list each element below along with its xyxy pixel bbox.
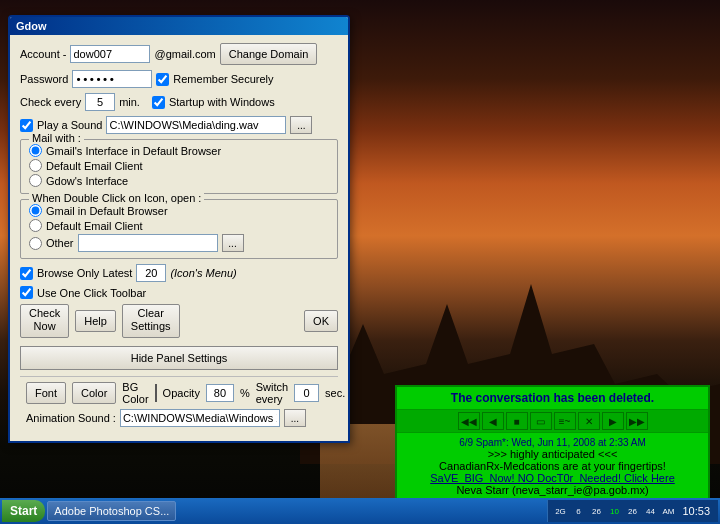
opacity-input[interactable] — [206, 384, 234, 402]
tray-icon-3[interactable]: 26 — [588, 503, 604, 519]
mail-gdow-radio[interactable] — [29, 174, 42, 187]
anim-browse-button[interactable]: ... — [284, 409, 306, 427]
play-sound-label: Play a Sound — [37, 119, 102, 131]
notif-line2: CanadianRx-Medcations are at your finger… — [403, 460, 702, 472]
one-click-label: Use One Click Toolbar — [37, 287, 146, 299]
notif-stop-button[interactable]: ■ — [506, 412, 528, 430]
browse-latest-checkbox[interactable] — [20, 267, 33, 280]
password-row: Password Remember Securely — [20, 70, 338, 88]
start-button[interactable]: Start — [2, 500, 45, 522]
notif-line4: Neva Starr (neva_starr_ie@pa.gob.mx) — [403, 484, 702, 496]
mail-gmail-label: Gmail's Interface in Default Browser — [46, 145, 221, 157]
taskbar-photoshop[interactable]: Adobe Photoshop CS... — [47, 501, 176, 521]
dc-gmail-label: Gmail in Default Browser — [46, 205, 168, 217]
mail-gmail-radio[interactable] — [29, 144, 42, 157]
dc-other-radio[interactable] — [29, 237, 42, 250]
tray-icon-5[interactable]: 26 — [624, 503, 640, 519]
dc-other-label: Other — [46, 237, 74, 249]
opacity-label: Opacity — [163, 387, 200, 399]
sound-browse-button[interactable]: ... — [290, 116, 312, 134]
notif-header: The conversation has been deleted. — [397, 387, 708, 410]
ok-button[interactable]: OK — [304, 310, 338, 332]
notif-line3[interactable]: SaVE_BIG_Now! NO DocT0r_Needed! Click He… — [403, 472, 702, 484]
mail-gdow-row: Gdow's Interface — [29, 174, 329, 187]
tray-icon-6[interactable]: 44 — [642, 503, 658, 519]
icon-menu-label: (Icon's Menu) — [170, 267, 236, 279]
dc-default-radio[interactable] — [29, 219, 42, 232]
switch-every-unit: sec. — [325, 387, 345, 399]
notif-prev-button[interactable]: ◀ — [482, 412, 504, 430]
account-label: Account - — [20, 48, 66, 60]
notif-delete-button[interactable]: ✕ — [578, 412, 600, 430]
sound-path-input[interactable] — [106, 116, 286, 134]
notif-archive-button[interactable]: ≡~ — [554, 412, 576, 430]
spam-header: 6/9 Spam*: Wed, Jun 11, 2008 at 2:33 AM — [403, 437, 702, 448]
one-click-row: Use One Click Toolbar — [20, 286, 338, 299]
font-button[interactable]: Font — [26, 382, 66, 404]
check-now-button[interactable]: Check Now — [20, 304, 69, 338]
tray-icon-2[interactable]: 6 — [570, 503, 586, 519]
dialog-title: Gdow — [16, 20, 47, 32]
notif-inbox-button[interactable]: ▭ — [530, 412, 552, 430]
clear-settings-button[interactable]: Clear Settings — [122, 304, 180, 338]
dc-default-label: Default Email Client — [46, 220, 143, 232]
help-button[interactable]: Help — [75, 310, 116, 332]
clear-line1: Clear — [138, 307, 164, 320]
change-domain-button[interactable]: Change Domain — [220, 43, 318, 65]
domain-label: @gmail.com — [154, 48, 215, 60]
anim-sound-row: Animation Sound : ... — [20, 409, 338, 433]
dc-gmail-radio[interactable] — [29, 204, 42, 217]
account-input[interactable] — [70, 45, 150, 63]
dc-browse-button[interactable]: ... — [222, 234, 244, 252]
mail-default-label: Default Email Client — [46, 160, 143, 172]
notif-content: 6/9 Spam*: Wed, Jun 11, 2008 at 2:33 AM … — [397, 433, 708, 500]
dc-gmail-row: Gmail in Default Browser — [29, 204, 329, 217]
tray-icon-7[interactable]: AM — [660, 503, 676, 519]
notif-next-button[interactable]: ▶ — [602, 412, 624, 430]
notification-panel: The conversation has been deleted. ◀◀ ◀ … — [395, 385, 710, 502]
notif-prev-prev-button[interactable]: ◀◀ — [458, 412, 480, 430]
mail-gmail-row: Gmail's Interface in Default Browser — [29, 144, 329, 157]
remember-securely-label: Remember Securely — [173, 73, 273, 85]
color-button[interactable]: Color — [72, 382, 116, 404]
dc-other-input[interactable] — [78, 234, 218, 252]
remember-securely-checkbox[interactable] — [156, 73, 169, 86]
switch-every-input[interactable] — [294, 384, 319, 402]
password-label: Password — [20, 73, 68, 85]
bg-color-swatch[interactable] — [155, 384, 157, 402]
anim-sound-label: Animation Sound : — [26, 412, 116, 424]
dialog-titlebar: Gdow — [10, 17, 348, 35]
taskbar-clock: 10:53 — [678, 505, 714, 517]
mail-default-row: Default Email Client — [29, 159, 329, 172]
gdow-dialog: Gdow Account - @gmail.com Change Domain … — [8, 15, 350, 443]
taskbar: Start Adobe Photoshop CS... 2G 6 26 10 2… — [0, 498, 720, 524]
dialog-body: Account - @gmail.com Change Domain Passw… — [10, 35, 348, 441]
dc-default-row: Default Email Client — [29, 219, 329, 232]
account-row: Account - @gmail.com Change Domain — [20, 43, 338, 65]
startup-windows-checkbox[interactable] — [152, 96, 165, 109]
anim-sound-input[interactable] — [120, 409, 280, 427]
notif-line1: >>> highly anticipated <<< — [403, 448, 702, 460]
dc-other-row: Other ... — [29, 234, 329, 252]
password-input[interactable] — [72, 70, 152, 88]
switch-every-label: Switch every — [256, 381, 288, 405]
check-now-line2: Now — [34, 320, 56, 333]
browse-latest-label: Browse Only Latest — [37, 267, 132, 279]
check-every-input[interactable] — [85, 93, 115, 111]
notif-next-next-button[interactable]: ▶▶ — [626, 412, 648, 430]
browse-latest-row: Browse Only Latest (Icon's Menu) — [20, 264, 338, 282]
bottom-settings-row: Font Color BG Color Opacity % Switch eve… — [20, 376, 338, 409]
notif-toolbar: ◀◀ ◀ ■ ▭ ≡~ ✕ ▶ ▶▶ — [397, 410, 708, 433]
tray-icon-4[interactable]: 10 — [606, 503, 622, 519]
browse-latest-input[interactable] — [136, 264, 166, 282]
tray-icon-1[interactable]: 2G — [552, 503, 568, 519]
mail-gdow-label: Gdow's Interface — [46, 175, 128, 187]
mail-default-radio[interactable] — [29, 159, 42, 172]
check-every-row: Check every min. Startup with Windows — [20, 93, 338, 111]
system-tray: 2G 6 26 10 26 44 AM 10:53 — [547, 500, 718, 522]
double-click-groupbox: When Double Click on Icon, open : Gmail … — [20, 199, 338, 259]
play-sound-checkbox[interactable] — [20, 119, 33, 132]
double-click-legend: When Double Click on Icon, open : — [29, 192, 204, 204]
one-click-checkbox[interactable] — [20, 286, 33, 299]
hide-panel-button[interactable]: Hide Panel Settings — [20, 346, 338, 370]
